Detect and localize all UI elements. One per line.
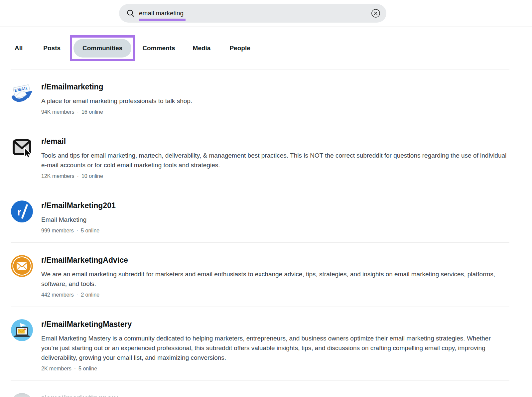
community-result-row[interactable]: EMAIL r/Emailmarketing A place for email… xyxy=(11,69,509,124)
search-input[interactable]: email marketing xyxy=(119,4,386,23)
community-info: r/EmailMarketingAdvice We are an email m… xyxy=(41,255,509,298)
online-count: 5 online xyxy=(81,228,99,233)
community-name[interactable]: r/Emailmarketing xyxy=(41,82,509,91)
community-name[interactable]: r/EmailMarketingMastery xyxy=(41,320,509,329)
members-count: 12K members xyxy=(41,173,74,179)
orange-envelope-badge-icon xyxy=(11,255,33,277)
community-meta: 12K members·10 online xyxy=(41,173,509,179)
meta-separator: · xyxy=(76,228,78,233)
community-avatar[interactable]: EMAIL xyxy=(11,81,33,104)
online-count: 10 online xyxy=(81,173,103,179)
online-count: 5 online xyxy=(78,366,97,371)
tab-all[interactable]: All xyxy=(15,45,23,52)
community-info: r/EmailMarketingMastery Email Marketing … xyxy=(41,319,509,372)
members-count: 999 members xyxy=(41,228,74,233)
circle-x-icon xyxy=(371,9,380,18)
clear-search-button[interactable] xyxy=(371,9,380,18)
search-query-value: email marketing xyxy=(139,10,184,17)
community-avatar[interactable] xyxy=(11,319,33,341)
community-description: A place for email marketing professional… xyxy=(41,96,509,106)
community-info: r/emailmarketingnow xyxy=(41,393,509,397)
tab-communities[interactable]: Communities xyxy=(73,39,131,58)
online-count: 2 online xyxy=(81,292,99,298)
community-avatar[interactable] xyxy=(11,255,33,277)
annotation-highlight-box: Communities xyxy=(70,35,135,61)
search-result-tabs: AllPostsCommunitiesCommentsMediaPeople xyxy=(0,27,532,69)
annotation-underline xyxy=(139,19,186,21)
community-description: Email Marketing Mastery is a community d… xyxy=(41,333,509,362)
community-meta: 442 members·2 online xyxy=(41,292,509,298)
community-result-row[interactable]: r/emailmarketingnow xyxy=(11,380,509,397)
members-count: 94K members xyxy=(41,109,74,115)
community-avatar[interactable]: r xyxy=(11,200,33,223)
tab-posts[interactable]: Posts xyxy=(43,45,61,52)
tab-media[interactable]: Media xyxy=(193,45,211,52)
community-meta: 94K members·16 online xyxy=(41,109,509,115)
magnifier-icon xyxy=(126,9,135,18)
community-avatar[interactable] xyxy=(11,136,33,159)
search-header: email marketing xyxy=(0,0,532,27)
community-result-row[interactable]: r/email Tools and tips for email marketi… xyxy=(11,124,509,188)
community-info: r/EmailMarketing201 Email Marketing 999 … xyxy=(41,200,509,234)
community-name[interactable]: r/EmailMarketingAdvice xyxy=(41,255,509,265)
meta-separator: · xyxy=(76,292,78,298)
meta-separator: · xyxy=(74,366,76,371)
blue-r-slash-icon: r xyxy=(11,200,33,223)
black-envelope-cursor-icon xyxy=(11,136,33,159)
community-result-row[interactable]: r r/EmailMarketing201 Email Marketing 99… xyxy=(11,188,509,242)
community-name[interactable]: r/EmailMarketing201 xyxy=(41,201,509,210)
community-meta: 2K members·5 online xyxy=(41,366,509,372)
community-description: Email Marketing xyxy=(41,215,509,224)
community-results-list: EMAIL r/Emailmarketing A place for email… xyxy=(11,69,509,397)
email-arrow-envelope-icon: EMAIL xyxy=(11,81,33,104)
meta-separator: · xyxy=(77,173,79,179)
community-name[interactable]: r/emailmarketingnow xyxy=(41,393,509,397)
community-meta: 999 members·5 online xyxy=(41,228,509,234)
community-description: Tools and tips for email marketing, mart… xyxy=(41,151,509,170)
community-avatar[interactable] xyxy=(11,393,33,397)
community-description: We are an email marketing subreddit for … xyxy=(41,269,509,289)
members-count: 442 members xyxy=(41,292,74,298)
search-query-text[interactable]: email marketing xyxy=(139,10,184,17)
meta-separator: · xyxy=(77,109,79,115)
laptop-paper-plane-icon xyxy=(11,319,33,341)
community-info: r/email Tools and tips for email marketi… xyxy=(41,136,509,179)
members-count: 2K members xyxy=(41,366,71,371)
community-info: r/Emailmarketing A place for email marke… xyxy=(41,81,509,115)
online-count: 16 online xyxy=(81,109,103,115)
community-result-row[interactable]: r/EmailMarketingMastery Email Marketing … xyxy=(11,307,509,380)
tab-comments[interactable]: Comments xyxy=(142,45,175,52)
community-name[interactable]: r/email xyxy=(41,137,509,146)
svg-text:r: r xyxy=(17,206,21,217)
gray-chevron-icon xyxy=(11,393,33,397)
community-result-row[interactable]: r/EmailMarketingAdvice We are an email m… xyxy=(11,242,509,307)
tab-people[interactable]: People xyxy=(229,45,250,52)
